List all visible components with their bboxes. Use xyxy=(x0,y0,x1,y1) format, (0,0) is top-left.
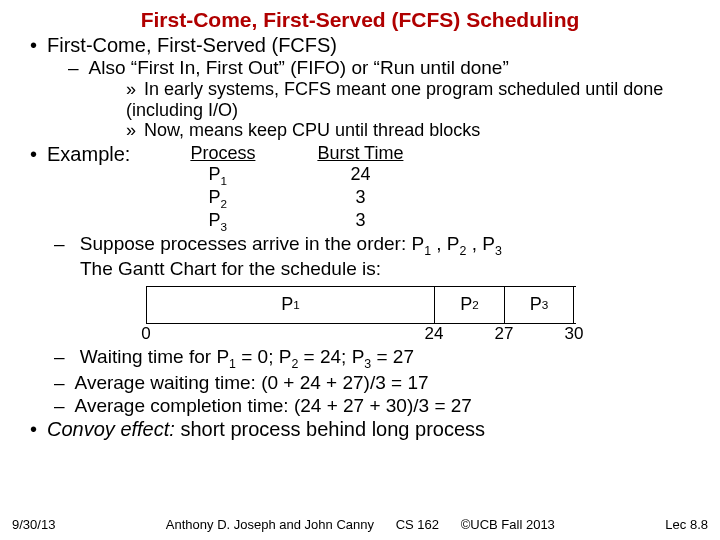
text: Example: xyxy=(47,143,130,165)
gantt-axis: 0 24 27 30 xyxy=(146,324,576,346)
footer-copyright: ©UCB Fall 2013 xyxy=(461,517,555,532)
table-row: P1 24 xyxy=(190,164,415,187)
text: Suppose processes arrive in the order: P… xyxy=(80,233,502,254)
text: Now, means keep CPU until thread blocks xyxy=(144,120,480,140)
bullet-waiting: Waiting time for P1 = 0; P2 = 24; P3 = 2… xyxy=(54,346,704,371)
tick: 0 xyxy=(141,324,150,344)
text: Convoy effect: xyxy=(47,418,175,440)
bullet-early: In early systems, FCFS meant one program… xyxy=(126,79,704,120)
text: Waiting time for P1 = 0; P2 = 24; P3 = 2… xyxy=(80,346,414,367)
bullet-convoy: Convoy effect: short process behind long… xyxy=(30,418,704,441)
bullet-now: Now, means keep CPU until thread blocks xyxy=(126,120,704,141)
slide-title: First-Come, First-Served (FCFS) Scheduli… xyxy=(16,8,704,32)
text: First-Come, First-Served (FCFS) xyxy=(47,34,337,56)
bullet-avg-comp: Average completion time: (24 + 27 + 30)/… xyxy=(54,395,704,417)
table-row: P3 3 xyxy=(190,210,415,233)
footer-authors: Anthony D. Joseph and John Canny xyxy=(166,517,374,532)
bullet-fifo: Also “First In, First Out” (FIFO) or “Ru… xyxy=(68,57,704,141)
footer-date: 9/30/13 xyxy=(12,517,55,532)
text: Also “First In, First Out” (FIFO) or “Ru… xyxy=(89,57,509,78)
text: short process behind long process xyxy=(175,418,485,440)
gantt-seg: P3 xyxy=(504,287,574,323)
process-table: Process Burst Time P1 24 P2 3 P3 3 xyxy=(190,143,415,233)
gantt-seg: P2 xyxy=(434,287,504,323)
bullet-fcfs: First-Come, First-Served (FCFS) Also “Fi… xyxy=(30,34,704,141)
text: In early systems, FCFS meant one program… xyxy=(126,79,663,120)
footer-lec: Lec 8.8 xyxy=(665,517,708,532)
footer: 9/30/13 Anthony D. Joseph and John Canny… xyxy=(0,517,720,532)
col-burst: Burst Time xyxy=(317,143,403,164)
gantt-chart: P1 P2 P3 0 24 27 30 xyxy=(146,286,576,346)
tick: 24 xyxy=(425,324,444,344)
tick: 30 xyxy=(565,324,584,344)
text: Average completion time: (24 + 27 + 30)/… xyxy=(75,395,472,416)
bullet-example: Example: xyxy=(30,143,130,166)
tick: 27 xyxy=(495,324,514,344)
footer-course: CS 162 xyxy=(396,517,439,532)
table-row: P2 3 xyxy=(190,187,415,210)
col-process: Process xyxy=(190,143,255,164)
bullet-avg-wait: Average waiting time: (0 + 24 + 27)/3 = … xyxy=(54,372,704,394)
text: Average waiting time: (0 + 24 + 27)/3 = … xyxy=(75,372,429,393)
text: The Gantt Chart for the schedule is: xyxy=(54,258,381,279)
bullet-suppose: Suppose processes arrive in the order: P… xyxy=(54,233,704,280)
gantt-seg: P1 xyxy=(146,287,434,323)
